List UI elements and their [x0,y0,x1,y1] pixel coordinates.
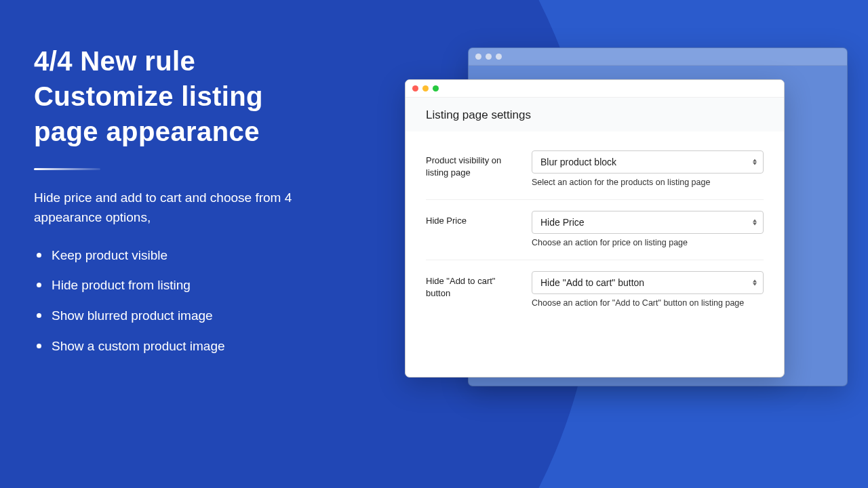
hide-add-to-cart-select[interactable]: Hide "Add to cart" button [532,271,764,294]
list-item: Show a custom product image [34,338,353,356]
minimize-icon[interactable] [422,85,429,92]
list-item: Show blurred product image [34,307,353,325]
chevron-sort-icon [753,220,757,226]
traffic-light-icon [486,54,492,60]
visibility-select[interactable]: Blur product block [532,150,764,174]
panel-heading: Listing page settings [406,98,784,131]
settings-window: Listing page settings Product visibility… [405,79,785,378]
slide-title: 4/4 New rule Customize listing page appe… [34,43,353,149]
field-label: Hide "Add to cart" button [426,271,521,299]
window-chrome [406,80,784,98]
traffic-light-icon [475,54,481,60]
chevron-sort-icon [753,280,757,286]
list-item: Hide product from listing [34,277,353,295]
maximize-icon[interactable] [433,85,439,92]
settings-form: Product visibility on listing page Blur … [406,131,784,320]
settings-panel: Listing page settings Product visibility… [406,98,784,320]
select-value: Blur product block [540,157,616,167]
traffic-light-icon [496,54,502,60]
setting-row-visibility: Product visibility on listing page Blur … [426,140,764,200]
divider [34,168,100,170]
field-help: Choose an action for "Add to Cart" butto… [532,298,764,308]
field-help: Choose an action for price on listing pa… [532,238,764,247]
list-item: Keep product visible [34,247,353,265]
field-label: Product visibility on listing page [426,150,521,178]
slide-lead: Hide price and add to cart and choose fr… [34,188,353,228]
select-value: Hide "Add to cart" button [540,277,644,288]
promo-slide: 4/4 New rule Customize listing page appe… [0,0,868,488]
field-help: Select an action for the products on lis… [532,178,764,187]
feature-list: Keep product visible Hide product from l… [34,247,353,355]
setting-row-hide-add-to-cart: Hide "Add to cart" button Hide "Add to c… [426,260,764,320]
select-value: Hide Price [540,217,585,228]
setting-row-hide-price: Hide Price Hide Price Choose an action f… [426,200,764,260]
close-icon[interactable] [412,85,418,92]
field-label: Hide Price [426,211,521,227]
chevron-sort-icon [753,159,757,165]
hide-price-select[interactable]: Hide Price [532,211,764,234]
window-chrome [469,48,847,66]
marketing-copy: 4/4 New rule Customize listing page appe… [34,43,353,367]
